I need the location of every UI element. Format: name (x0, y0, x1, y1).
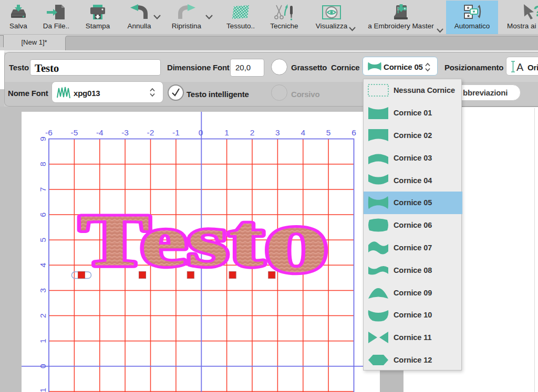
svg-text:4: 4 (38, 263, 47, 268)
svg-text:5: 5 (38, 238, 47, 242)
svg-text:-1: -1 (172, 128, 180, 137)
svg-text:1: 1 (224, 128, 229, 137)
svg-text:9: 9 (38, 136, 47, 141)
svg-text:5: 5 (326, 128, 331, 137)
svg-text:Testo: Testo (79, 189, 329, 291)
svg-text:6: 6 (38, 213, 47, 217)
svg-text:2: 2 (38, 313, 47, 318)
svg-text:-2: -2 (147, 128, 154, 137)
svg-text:A: A (516, 61, 524, 73)
svg-text:6: 6 (351, 128, 356, 137)
svg-text:-6: -6 (45, 128, 53, 137)
svg-text:7: 7 (38, 187, 47, 192)
svg-text:?: ? (533, 4, 538, 19)
svg-text:8: 8 (38, 162, 47, 166)
svg-text:-1: -1 (38, 388, 47, 392)
svg-text:0: 0 (38, 364, 47, 368)
svg-text:3: 3 (38, 288, 47, 293)
svg-text:-3: -3 (121, 128, 129, 137)
svg-text:-5: -5 (71, 128, 78, 137)
svg-text:4: 4 (301, 128, 305, 137)
svg-text:-4: -4 (96, 128, 104, 137)
svg-text:0: 0 (199, 128, 203, 137)
svg-text:2: 2 (250, 128, 255, 137)
svg-text:3: 3 (275, 128, 280, 137)
svg-text:1: 1 (38, 338, 47, 343)
